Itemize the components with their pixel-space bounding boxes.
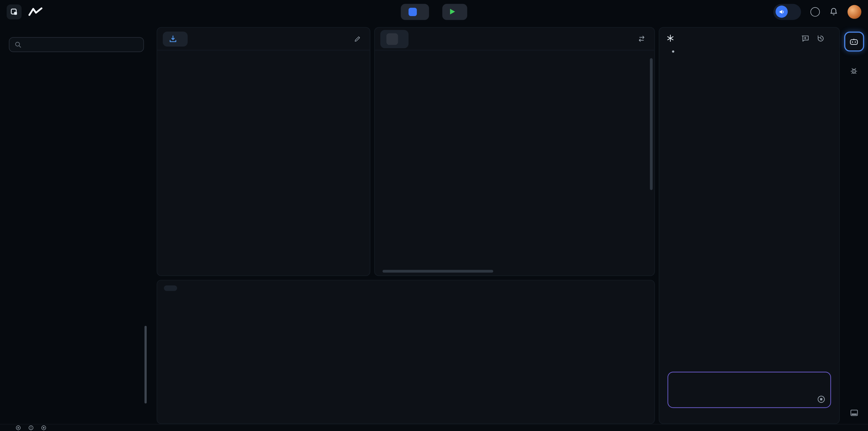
js-badge-icon [386, 33, 398, 45]
code-editor[interactable] [375, 50, 654, 275]
horizontal-scrollbar[interactable] [383, 270, 493, 273]
promo-banner[interactable] [773, 4, 801, 20]
ai-rail-button[interactable] [844, 32, 864, 52]
app-logo-icon[interactable] [7, 4, 22, 19]
swap-icon [638, 35, 646, 42]
description-lines[interactable] [157, 50, 370, 275]
search-box[interactable] [9, 37, 144, 52]
help-icon[interactable] [810, 7, 820, 17]
play-icon [450, 9, 455, 15]
status-bar [0, 424, 868, 431]
right-rail [840, 23, 868, 424]
output-panel [157, 280, 655, 424]
ai-input-box[interactable] [668, 372, 831, 408]
ai-messages [659, 53, 839, 362]
run-button[interactable] [442, 4, 467, 20]
info-count[interactable] [41, 425, 49, 430]
pencil-icon [353, 35, 361, 42]
marscode-logo-icon[interactable] [28, 7, 43, 17]
language-tab[interactable] [380, 30, 408, 48]
debug-rail-icon[interactable] [849, 66, 858, 75]
stop-generating-icon[interactable] [817, 395, 826, 403]
problem-file-icon [169, 35, 177, 43]
bell-icon[interactable] [829, 7, 838, 16]
typing-dot-icon [672, 50, 674, 53]
app-window [0, 0, 868, 431]
vertical-scrollbar[interactable] [650, 58, 653, 190]
toggle-panel-icon[interactable] [849, 408, 858, 417]
ai-input[interactable] [675, 379, 824, 387]
sidebar-scrollbar[interactable] [144, 326, 147, 403]
ai-assistant-panel [659, 27, 840, 424]
plus-icon [408, 7, 417, 16]
switch-language-button[interactable] [638, 35, 649, 42]
sparkle-icon [666, 34, 674, 42]
error-icon [16, 425, 21, 430]
robot-icon [849, 38, 859, 45]
code-panel [374, 27, 655, 276]
new-chat-icon[interactable] [801, 34, 809, 42]
sidebar [0, 23, 153, 424]
search-input[interactable] [26, 41, 138, 49]
problem-title-tab[interactable] [163, 31, 188, 46]
warning-icon [28, 425, 34, 430]
rename-button[interactable] [353, 35, 364, 42]
avatar[interactable] [848, 5, 861, 19]
info-icon [41, 425, 46, 430]
history-icon[interactable] [817, 34, 825, 42]
error-count[interactable] [16, 425, 23, 430]
megaphone-icon [776, 5, 787, 18]
add-problem-button[interactable] [401, 4, 429, 20]
search-icon [14, 41, 22, 48]
output-title [164, 285, 177, 291]
description-panel [157, 27, 370, 276]
warning-count[interactable] [28, 425, 36, 430]
topbar [0, 0, 868, 23]
